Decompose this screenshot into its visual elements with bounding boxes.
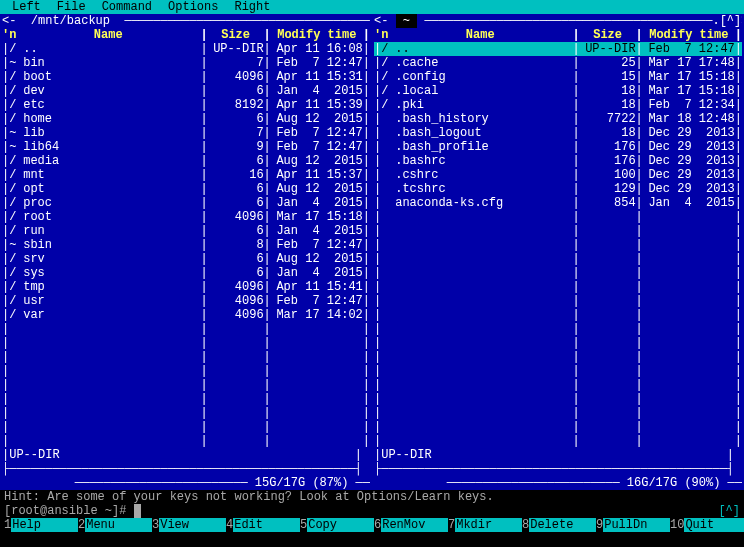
file-mtime: Dec 29 2013 [643,154,735,168]
menu-right[interactable]: Right [226,0,278,14]
file-name: boot [23,70,200,84]
list-item[interactable]: |~lib|7|Feb 7 12:47| [2,126,370,140]
type-mark [381,196,395,210]
file-size: 100 [580,168,636,182]
list-item[interactable]: |/home|6|Aug 12 2015| [2,112,370,126]
list-item[interactable]: |/srv|6|Aug 12 2015| [2,252,370,266]
list-item[interactable]: | .bash_profile|176|Dec 29 2013| [374,140,742,154]
file-size: 6 [208,182,264,196]
type-mark [381,154,395,168]
fkey-7[interactable]: 7Mkdir [448,518,522,532]
list-item[interactable]: |/..|UP--DIR|Feb 7 12:47| [374,42,742,56]
header-name[interactable]: Name [388,28,572,42]
list-item[interactable]: |/proc|6|Jan 4 2015| [2,196,370,210]
list-item[interactable]: |/etc|8192|Apr 11 15:39| [2,98,370,112]
file-name: tmp [23,280,200,294]
list-item[interactable]: |/.pki|18|Feb 7 12:34| [374,98,742,112]
list-item[interactable]: |/media|6|Aug 12 2015| [2,154,370,168]
left-panel[interactable]: <- /mnt/backup ─────────────────────────… [0,14,372,490]
header-mark: 'n [2,28,16,42]
list-item[interactable]: |/.config|15|Mar 17 15:18| [374,70,742,84]
file-name: bin [23,56,200,70]
file-size: 18 [580,126,636,140]
right-mini-status: |UP--DIR | [374,448,742,462]
fkey-label: Quit [684,518,744,532]
header-size[interactable]: Size [580,28,636,42]
list-item[interactable]: | .cshrc|100|Dec 29 2013| [374,168,742,182]
left-panel-path: /mnt/backup [24,14,118,28]
list-item[interactable]: | .bash_logout|18|Dec 29 2013| [374,126,742,140]
list-item[interactable]: |/boot|4096|Apr 11 15:31| [2,70,370,84]
file-size: 15 [580,70,636,84]
list-item[interactable]: |/run|6|Jan 4 2015| [2,224,370,238]
fkey-6[interactable]: 6RenMov [374,518,448,532]
list-item[interactable]: |~lib64|9|Feb 7 12:47| [2,140,370,154]
file-mtime: Jan 4 2015 [271,196,363,210]
list-item[interactable]: |/root|4096|Mar 17 15:18| [2,210,370,224]
list-item: |||| [374,364,742,378]
header-size[interactable]: Size [208,28,264,42]
type-mark: / [381,42,395,56]
fkey-8[interactable]: 8Delete [522,518,596,532]
file-size: 7 [208,126,264,140]
fkey-10[interactable]: 10Quit [670,518,744,532]
list-item[interactable]: |/mnt|16|Apr 11 15:37| [2,168,370,182]
file-name: etc [23,98,200,112]
file-size: 4096 [208,280,264,294]
list-item: |||| [2,420,370,434]
list-item[interactable]: |/usr|4096|Feb 7 12:47| [2,294,370,308]
menu-file[interactable]: File [49,0,94,14]
file-size: UP--DIR [208,42,264,56]
left-panel-headers: 'nName| Size |Modify time| [2,28,370,42]
list-item[interactable]: | .tcshrc|129|Dec 29 2013| [374,182,742,196]
type-mark: / [381,56,395,70]
function-key-bar[interactable]: 1Help2Menu3View4Edit5Copy6RenMov7Mkdir8D… [0,518,744,532]
list-item[interactable]: | .bash_history|7722|Mar 18 12:48| [374,112,742,126]
list-item[interactable]: |/dev|6|Jan 4 2015| [2,84,370,98]
file-size: 4096 [208,294,264,308]
fkey-3[interactable]: 3View [152,518,226,532]
list-item[interactable]: |/.local|18|Mar 17 15:18| [374,84,742,98]
menu-left[interactable]: Left [4,0,49,14]
type-mark: / [9,42,23,56]
file-mtime: Mar 17 17:48 [643,56,735,70]
fkey-4[interactable]: 4Edit [226,518,300,532]
file-name: sbin [23,238,200,252]
file-size: 4096 [208,70,264,84]
left-file-list[interactable]: |/..|UP--DIR|Apr 11 16:08||~bin|7|Feb 7 … [2,42,370,448]
list-item[interactable]: |~bin|7|Feb 7 12:47| [2,56,370,70]
fkey-2[interactable]: 2Menu [78,518,152,532]
list-item[interactable]: |/tmp|4096|Apr 11 15:41| [2,280,370,294]
list-item: |||| [374,252,742,266]
fkey-number: 3 [152,518,159,532]
menu-options[interactable]: Options [160,0,226,14]
fkey-1[interactable]: 1Help [4,518,78,532]
list-item[interactable]: |/sys|6|Jan 4 2015| [2,266,370,280]
main-menubar[interactable]: LeftFileCommandOptionsRight [0,0,744,14]
fkey-5[interactable]: 5Copy [300,518,374,532]
list-item[interactable]: |/opt|6|Aug 12 2015| [2,182,370,196]
header-modify[interactable]: Modify time [643,28,735,42]
type-mark [381,112,395,126]
file-mtime: Dec 29 2013 [643,168,735,182]
list-item[interactable]: | .bashrc|176|Dec 29 2013| [374,154,742,168]
fkey-9[interactable]: 9PullDn [596,518,670,532]
list-item[interactable]: | anaconda-ks.cfg|854|Jan 4 2015| [374,196,742,210]
header-modify[interactable]: Modify time [271,28,363,42]
right-panel[interactable]: <- ~ ───────────────────────────────────… [372,14,744,490]
right-file-list[interactable]: |/..|UP--DIR|Feb 7 12:47||/.cache|25|Mar… [374,42,742,448]
file-mtime: Jan 4 2015 [271,84,363,98]
file-name: proc [23,196,200,210]
list-item[interactable]: |/.cache|25|Mar 17 17:48| [374,56,742,70]
file-name: mnt [23,168,200,182]
file-size: 6 [208,112,264,126]
list-item: |||| [374,266,742,280]
list-item[interactable]: |~sbin|8|Feb 7 12:47| [2,238,370,252]
list-item[interactable]: |/..|UP--DIR|Apr 11 16:08| [2,42,370,56]
file-name: .config [395,70,572,84]
header-name[interactable]: Name [16,28,200,42]
menu-command[interactable]: Command [94,0,160,14]
list-item: |||| [2,434,370,448]
list-item[interactable]: |/var|4096|Mar 17 14:02| [2,308,370,322]
shell-prompt[interactable]: [root@ansible ~]# [^] [4,504,740,518]
